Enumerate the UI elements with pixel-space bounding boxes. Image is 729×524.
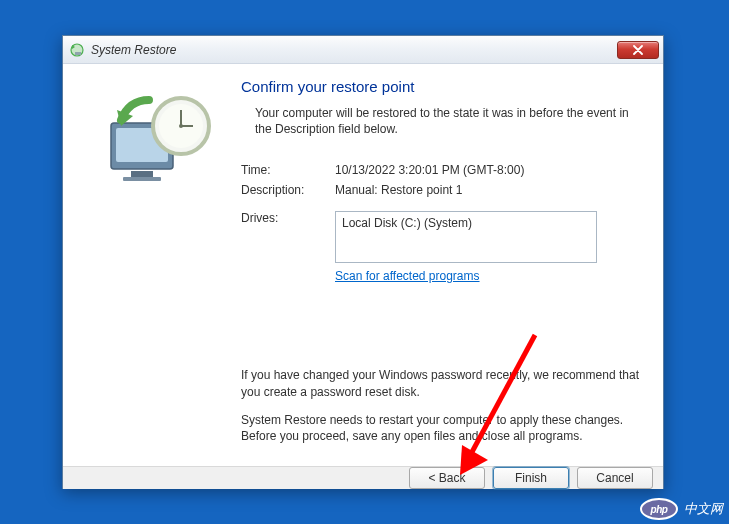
close-button[interactable] [617, 41, 659, 59]
window-body: Confirm your restore point Your computer… [63, 64, 663, 488]
time-value: 10/13/2022 3:20:01 PM (GMT-8:00) [335, 163, 524, 177]
php-badge-icon: php [640, 498, 678, 520]
drives-label: Drives: [241, 211, 335, 225]
main-panel: Confirm your restore point Your computer… [241, 78, 645, 456]
titlebar-title: System Restore [91, 43, 176, 57]
svg-rect-4 [131, 171, 153, 177]
drives-row: Drives: Local Disk (C:) (System) Scan fo… [241, 211, 639, 283]
restore-icon [69, 42, 85, 58]
illustration-panel [81, 78, 241, 456]
description-row: Description: Manual: Restore point 1 [241, 183, 639, 197]
time-label: Time: [241, 163, 335, 177]
watermark-text: 中文网 [684, 500, 723, 518]
content-area: Confirm your restore point Your computer… [63, 64, 663, 466]
svg-rect-1 [75, 52, 81, 55]
close-icon [633, 45, 643, 55]
watermark: php 中文网 [640, 498, 723, 520]
finish-button[interactable]: Finish [493, 467, 569, 489]
scan-affected-programs-link[interactable]: Scan for affected programs [335, 269, 480, 283]
restore-illustration-icon [101, 88, 221, 198]
intro-text: Your computer will be restored to the st… [241, 105, 639, 137]
svg-point-10 [179, 124, 183, 128]
restart-warning: System Restore needs to restart your com… [241, 412, 639, 444]
description-label: Description: [241, 183, 335, 197]
cancel-button[interactable]: Cancel [577, 467, 653, 489]
page-title: Confirm your restore point [241, 78, 639, 95]
back-button[interactable]: < Back [409, 467, 485, 489]
time-row: Time: 10/13/2022 3:20:01 PM (GMT-8:00) [241, 163, 639, 177]
svg-rect-5 [123, 177, 161, 181]
drives-listbox[interactable]: Local Disk (C:) (System) [335, 211, 597, 263]
button-bar: < Back Finish Cancel [63, 466, 663, 489]
password-warning: If you have changed your Windows passwor… [241, 367, 639, 399]
description-value: Manual: Restore point 1 [335, 183, 462, 197]
drive-item[interactable]: Local Disk (C:) (System) [342, 216, 590, 230]
titlebar[interactable]: System Restore [63, 36, 663, 64]
system-restore-window: System Restore [62, 35, 664, 489]
